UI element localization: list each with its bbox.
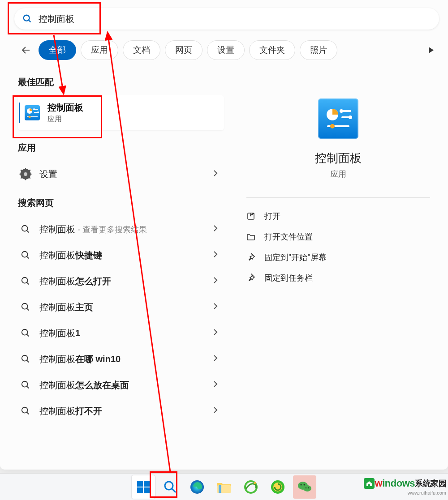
search-icon [22,14,32,24]
taskbar-start-button[interactable] [132,475,155,499]
svg-point-61 [303,485,311,491]
filter-web[interactable]: 网页 [165,40,202,60]
svg-point-32 [22,355,28,361]
gear-icon [19,167,32,181]
web-result-item[interactable]: 控制面板主页 [18,294,224,320]
action-label: 打开 [264,211,280,222]
svg-point-44 [330,124,335,128]
web-result-item[interactable]: 控制面板 - 查看更多搜索结果 [18,216,224,242]
home-icon [364,478,375,489]
svg-rect-16 [20,174,22,175]
web-result-label: 控制面板怎么打开 [39,275,111,287]
best-match-title: 控制面板 [47,102,83,114]
svg-point-7 [33,108,35,110]
svg-line-35 [27,386,29,389]
filter-folders[interactable]: 文件夹 [249,40,295,60]
svg-point-0 [24,15,30,21]
svg-line-37 [27,412,29,415]
action-label: 固定到任务栏 [264,273,313,283]
best-match-text: 控制面板 应用 [47,102,83,124]
back-button[interactable] [18,42,34,58]
taskbar-ie-button[interactable] [239,475,263,499]
arrow-left-icon [21,45,31,56]
web-result-item[interactable]: 控制面板怎么打开 [18,268,224,294]
search-bar[interactable]: 控制面板 [14,8,439,30]
folder-icon [216,480,232,494]
web-results-list: 控制面板 - 查看更多搜索结果 控制面板快捷键 控制面板怎么打开 控制面板主页 … [18,216,224,424]
search-icon [19,274,32,288]
filter-photos[interactable]: 照片 [300,40,337,60]
svg-point-26 [22,278,28,283]
windows-icon [136,480,151,494]
search-icon [19,378,32,392]
filter-all[interactable]: 全部 [39,40,76,60]
web-result-item[interactable]: 控制面板快捷键 [18,242,224,268]
filter-more-button[interactable] [423,42,439,58]
web-result-label: 控制面板在哪 win10 [39,353,121,365]
play-icon [427,47,435,54]
web-result-item[interactable]: 控制面板打不开 [18,398,224,424]
filter-apps[interactable]: 应用 [81,40,118,60]
open-icon [246,212,255,221]
action-open-location[interactable]: 打开文件位置 [246,226,430,247]
action-pin-start[interactable]: 固定到"开始"屏幕 [246,247,430,268]
svg-point-63 [304,484,305,485]
svg-marker-3 [429,47,434,53]
edge-icon [190,479,205,495]
svg-line-33 [27,360,29,363]
chevron-right-icon [213,277,218,286]
svg-line-29 [27,308,29,311]
svg-line-23 [27,231,29,233]
taskbar-explorer-button[interactable] [212,475,236,499]
search-icon [19,352,32,366]
chevron-right-icon [213,170,218,179]
app-item-settings[interactable]: 设置 [18,161,224,187]
svg-rect-50 [144,487,150,493]
svg-rect-47 [137,481,143,487]
heading-web: 搜索网页 [18,197,224,209]
taskbar-search-button[interactable] [159,475,182,499]
svg-point-28 [22,303,28,309]
control-panel-icon [24,105,40,121]
web-result-label: 控制面板1 [39,327,80,339]
chevron-right-icon [213,329,218,338]
svg-point-64 [306,487,306,488]
taskbar-wechat-button[interactable] [293,475,316,499]
detail-title: 控制面板 [315,150,362,166]
search-icon [163,480,177,494]
watermark-brand: windows系统家园 [364,478,446,489]
taskbar-360-button[interactable] [266,475,289,499]
ie-icon [243,479,258,495]
filter-settings[interactable]: 设置 [207,40,245,60]
svg-point-9 [37,111,39,113]
web-result-item[interactable]: 控制面板在哪 win10 [18,346,224,372]
best-match-item[interactable]: 控制面板 应用 [18,95,224,130]
results-column: 最佳匹配 控制面板 应用 应用 设置 搜索网页 [0,72,228,470]
svg-point-30 [22,329,28,335]
filter-row: 全部 应用 文档 网页 设置 文件夹 照片 [18,40,439,60]
web-result-label: 控制面板打不开 [39,405,102,417]
search-icon [19,222,32,236]
control-panel-large-icon [318,98,358,139]
chevron-right-icon [213,406,218,415]
svg-point-40 [340,109,343,113]
web-result-label: 控制面板主页 [39,301,93,313]
svg-line-27 [27,282,29,285]
web-result-item[interactable]: 控制面板怎么放在桌面 [18,372,224,398]
pin-icon [246,253,255,262]
svg-line-31 [27,334,29,337]
action-open[interactable]: 打开 [246,206,430,226]
svg-point-34 [22,381,28,387]
chevron-right-icon [213,355,218,363]
filter-docs[interactable]: 文档 [123,40,160,60]
taskbar-edge-button[interactable] [185,475,209,499]
svg-point-36 [22,407,28,413]
detail-subtitle: 应用 [330,169,346,179]
detail-card: 控制面板 应用 [246,85,430,193]
chevron-right-icon [213,225,218,234]
svg-rect-48 [144,481,150,487]
action-pin-taskbar[interactable]: 固定到任务栏 [246,268,430,288]
divider [246,197,430,198]
svg-rect-17 [30,174,32,175]
web-result-item[interactable]: 控制面板1 [18,320,224,346]
